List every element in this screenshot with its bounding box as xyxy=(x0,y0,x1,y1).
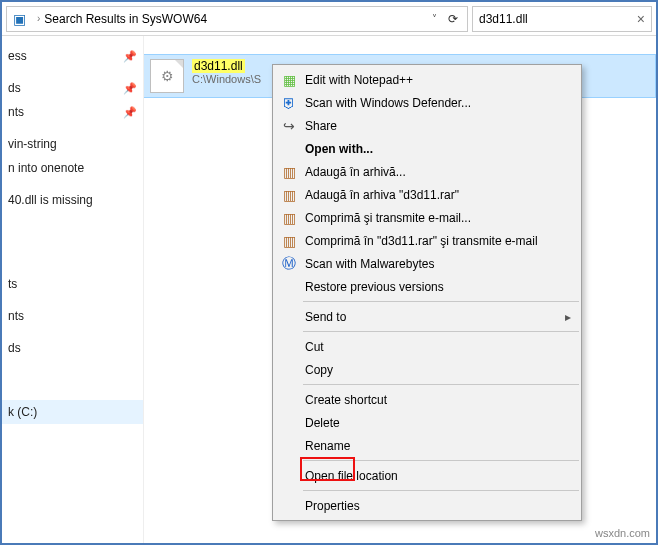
winrar-icon: ▥ xyxy=(277,186,301,204)
ctx-edit-notepad[interactable]: ▦Edit with Notepad++ xyxy=(273,68,581,91)
ctx-send-to[interactable]: Send to▸ xyxy=(273,305,581,328)
ctx-compress-email[interactable]: ▥Comprimă şi transmite e-mail... xyxy=(273,206,581,229)
sidebar-item[interactable]: ts xyxy=(2,272,143,296)
pin-icon: 📌 xyxy=(123,50,137,63)
clear-search-icon[interactable]: × xyxy=(637,11,645,27)
winrar-icon: ▥ xyxy=(277,163,301,181)
sidebar-item-label: ess xyxy=(8,49,27,63)
file-texts: d3d11.dll C:\Windows\S xyxy=(192,59,261,85)
ctx-restore-versions[interactable]: Restore previous versions xyxy=(273,275,581,298)
blank-icon xyxy=(277,140,301,158)
source-watermark: wsxdn.com xyxy=(595,527,650,539)
search-input[interactable] xyxy=(479,12,637,26)
sidebar-item-label: ts xyxy=(8,277,17,291)
ctx-label: Share xyxy=(305,119,337,133)
address-toolbar: ▣ › Search Results in SysWOW64 ˅ ⟳ × xyxy=(2,2,656,36)
blank-icon xyxy=(277,338,301,356)
ctx-label: Delete xyxy=(305,416,340,430)
pin-icon: 📌 xyxy=(123,82,137,95)
ctx-separator xyxy=(303,331,579,332)
ctx-label: Send to xyxy=(305,310,346,324)
sidebar-item-label: 40.dll is missing xyxy=(8,193,93,207)
ctx-scan-malwarebytes[interactable]: ⓂScan with Malwarebytes xyxy=(273,252,581,275)
blank-icon xyxy=(277,308,301,326)
winrar-icon: ▥ xyxy=(277,232,301,250)
ctx-label: Cut xyxy=(305,340,324,354)
sidebar-item[interactable]: 40.dll is missing xyxy=(2,188,143,212)
ctx-label: Comprimă şi transmite e-mail... xyxy=(305,211,471,225)
ctx-cut[interactable]: Cut xyxy=(273,335,581,358)
blank-icon xyxy=(277,391,301,409)
blank-icon xyxy=(277,414,301,432)
malwarebytes-icon: Ⓜ xyxy=(277,255,301,273)
file-name-highlight: d3d11.dll xyxy=(192,59,245,73)
ctx-properties[interactable]: Properties xyxy=(273,494,581,517)
ctx-share[interactable]: ↪Share xyxy=(273,114,581,137)
pin-icon: 📌 xyxy=(123,106,137,119)
sidebar-item[interactable]: n into onenote xyxy=(2,156,143,180)
sidebar-item[interactable]: vin-string xyxy=(2,132,143,156)
dll-file-icon: ⚙ xyxy=(150,59,184,93)
chevron-right-icon: › xyxy=(37,13,40,24)
ctx-label: Properties xyxy=(305,499,360,513)
winrar-icon: ▥ xyxy=(277,209,301,227)
sidebar-item-label: n into onenote xyxy=(8,161,84,175)
breadcrumb[interactable]: Search Results in SysWOW64 xyxy=(44,12,428,26)
address-bar[interactable]: ▣ › Search Results in SysWOW64 ˅ ⟳ xyxy=(6,6,468,32)
ctx-open-location[interactable]: Open file location xyxy=(273,464,581,487)
ctx-label: Open file location xyxy=(305,469,398,483)
notepad-icon: ▦ xyxy=(277,71,301,89)
sidebar-item[interactable]: ds📌 xyxy=(2,76,143,100)
blank-icon xyxy=(277,278,301,296)
ctx-separator xyxy=(303,460,579,461)
sidebar-item-label: ds xyxy=(8,81,21,95)
sidebar-item[interactable]: nts📌 xyxy=(2,100,143,124)
sidebar-item-label: ds xyxy=(8,341,21,355)
ctx-delete[interactable]: Delete xyxy=(273,411,581,434)
share-icon: ↪ xyxy=(277,117,301,135)
sidebar-item-label: nts xyxy=(8,309,24,323)
blank-icon xyxy=(277,361,301,379)
sidebar-item-drive[interactable]: k (C:) xyxy=(2,400,143,424)
ctx-separator xyxy=(303,490,579,491)
sidebar-item-label: k (C:) xyxy=(8,405,37,419)
ctx-label: Comprimă în "d3d11.rar" şi transmite e-m… xyxy=(305,234,538,248)
sidebar-item[interactable]: ds xyxy=(2,336,143,360)
blank-icon xyxy=(277,497,301,515)
ctx-scan-defender[interactable]: ⛨Scan with Windows Defender... xyxy=(273,91,581,114)
ctx-label: Copy xyxy=(305,363,333,377)
ctx-label: Restore previous versions xyxy=(305,280,444,294)
search-box[interactable]: × xyxy=(472,6,652,32)
ctx-label: Rename xyxy=(305,439,350,453)
sidebar-item-label: vin-string xyxy=(8,137,57,151)
context-menu: ▦Edit with Notepad++ ⛨Scan with Windows … xyxy=(272,64,582,521)
ctx-compress-named-email[interactable]: ▥Comprimă în "d3d11.rar" şi transmite e-… xyxy=(273,229,581,252)
chevron-right-icon: ▸ xyxy=(565,310,571,324)
sidebar-item-label: nts xyxy=(8,105,24,119)
ctx-copy[interactable]: Copy xyxy=(273,358,581,381)
ctx-add-archive[interactable]: ▥Adaugă în arhivă... xyxy=(273,160,581,183)
shield-icon: ⛨ xyxy=(277,94,301,112)
file-path: C:\Windows\S xyxy=(192,73,261,85)
ctx-label: Adaugă în arhiva "d3d11.rar" xyxy=(305,188,459,202)
ctx-open-with[interactable]: Open with... xyxy=(273,137,581,160)
ctx-label: Scan with Malwarebytes xyxy=(305,257,434,271)
ctx-separator xyxy=(303,301,579,302)
ctx-label: Adaugă în arhivă... xyxy=(305,165,406,179)
sidebar-item[interactable]: nts xyxy=(2,304,143,328)
ctx-label: Edit with Notepad++ xyxy=(305,73,413,87)
refresh-icon[interactable]: ⟳ xyxy=(441,12,465,26)
ctx-label: Scan with Windows Defender... xyxy=(305,96,471,110)
folder-nav-icon: ▣ xyxy=(9,9,29,29)
ctx-label: Create shortcut xyxy=(305,393,387,407)
ctx-create-shortcut[interactable]: Create shortcut xyxy=(273,388,581,411)
blank-icon xyxy=(277,437,301,455)
sidebar: ess📌 ds📌 nts📌 vin-string n into onenote … xyxy=(2,36,144,543)
ctx-separator xyxy=(303,384,579,385)
ctx-add-archive-named[interactable]: ▥Adaugă în arhiva "d3d11.rar" xyxy=(273,183,581,206)
chevron-down-icon[interactable]: ˅ xyxy=(428,13,441,24)
ctx-rename[interactable]: Rename xyxy=(273,434,581,457)
sidebar-item[interactable]: ess📌 xyxy=(2,44,143,68)
ctx-label: Open with... xyxy=(305,142,373,156)
blank-icon xyxy=(277,467,301,485)
